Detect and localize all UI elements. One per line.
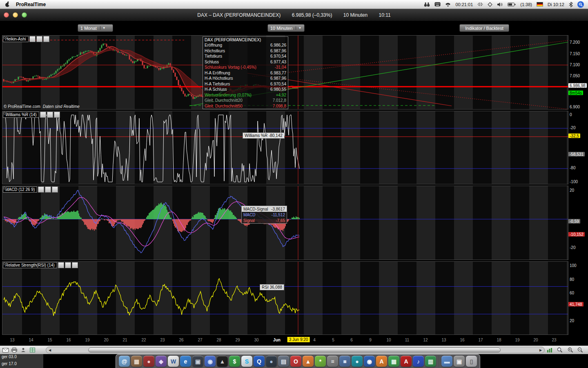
- close-icon[interactable]: [54, 112, 60, 118]
- chart-zoom-preset-icon[interactable]: [546, 347, 554, 353]
- dock-app-icon-package[interactable]: ▦: [131, 356, 142, 367]
- horizontal-scrollbar-track[interactable]: ◀ ▶: [46, 347, 545, 353]
- wrench-icon[interactable]: [29, 36, 36, 42]
- indicator-label-williams: Williams %R (14): [3, 112, 39, 118]
- battery-time-text: (1:38): [520, 2, 532, 7]
- close-icon[interactable]: [52, 186, 58, 193]
- title-instrument: DAX – DAX (PERFORMANCEINDEX): [197, 12, 281, 18]
- phone-icon[interactable]: [445, 2, 451, 7]
- bluetooth-icon[interactable]: [569, 2, 573, 7]
- indicator-label-macd: MACD (12 26 9): [3, 186, 37, 193]
- quote-info-row: H-A Schluss6.980,55: [205, 87, 286, 92]
- dock-app-icon-chart-app[interactable]: ▦: [388, 356, 399, 367]
- dock-app-icon-skype[interactable]: S: [241, 356, 252, 367]
- x-axis[interactable]: 1314151619202122232627282930Jun456910111…: [2, 335, 568, 346]
- dock-app-icon-green-app[interactable]: *: [315, 356, 326, 367]
- spotlight-icon[interactable]: [577, 1, 584, 8]
- dock-app-icon-quicktime[interactable]: Q: [254, 356, 265, 367]
- dock-app-icon-stats-app[interactable]: ▥: [425, 356, 436, 367]
- nav-arrows-icon[interactable]: [477, 2, 483, 6]
- indicator-backtest-button[interactable]: Indikator / Backtest: [459, 24, 509, 32]
- dock-app-icon-blue-app[interactable]: ◉: [205, 356, 216, 367]
- dock-app-icon-folder[interactable]: ▬: [441, 356, 452, 367]
- table-export-icon[interactable]: [29, 347, 36, 353]
- x-axis-label: 14: [29, 338, 33, 342]
- dock-app-icon-terminal[interactable]: ▲: [217, 356, 228, 367]
- apple-menu-icon[interactable]: [5, 1, 10, 7]
- x-axis-label: 5: [332, 338, 334, 342]
- menu-extra-icon[interactable]: [488, 2, 492, 7]
- title-price: 6.985,98 (–0,33%): [292, 12, 332, 18]
- rsi-panel[interactable]: Relative Strength(RSI) (14) RSI 36,088: [2, 261, 568, 335]
- williams-panel[interactable]: Williams %R (14) Williams %R -80,142: [2, 111, 568, 184]
- close-icon[interactable]: [43, 36, 49, 42]
- dock-app-icon-orange-a[interactable]: A: [376, 356, 387, 367]
- price-chart-panel[interactable]: Heikin-Ashi DAX (PERFORMANCEINDEX) Eröff…: [2, 35, 568, 110]
- apple-logo-icon: [5, 1, 10, 7]
- x-axis-label: 9: [369, 338, 372, 342]
- wrench-icon[interactable]: [58, 262, 64, 268]
- close-icon[interactable]: [72, 262, 78, 268]
- dock-app-icon-steel-app[interactable]: ■: [339, 356, 350, 367]
- dock-app-icon-acrobat[interactable]: A: [401, 356, 412, 367]
- dock-app-icon-internet-explorer[interactable]: e: [180, 356, 191, 367]
- print-icon[interactable]: [11, 347, 18, 353]
- horizontal-scrollbar-thumb[interactable]: [88, 348, 501, 352]
- scroll-right-arrow[interactable]: ▶: [538, 348, 543, 352]
- folder-icon[interactable]: [65, 262, 71, 268]
- zoom-in-icon[interactable]: [567, 347, 574, 353]
- dock-app-icon-vlc[interactable]: ▲: [303, 356, 314, 367]
- dock-app-icon-finance[interactable]: $: [229, 356, 240, 367]
- dock-app-icon-globe-dark[interactable]: ●: [266, 356, 277, 367]
- williams-value-tooltip: Williams %R -80,142: [243, 132, 285, 139]
- volume-icon[interactable]: [497, 2, 503, 7]
- folder-icon[interactable]: [45, 186, 51, 193]
- wrench-icon[interactable]: [40, 112, 46, 118]
- cursor-date-tag: 3 Jun 9:20: [287, 337, 310, 342]
- y-axis[interactable]: 7.2007.1507.1007.0506.9000-20-80-10020-2…: [568, 35, 588, 336]
- dock-app-icon-system[interactable]: ▤: [278, 356, 289, 367]
- watermark: © ProRealTime.comDaten sind Realtime: [4, 104, 80, 109]
- dock-app-icon-purple-app[interactable]: ◆: [156, 356, 167, 367]
- zoom-out-icon[interactable]: [577, 347, 584, 353]
- german-flag-icon[interactable]: [537, 2, 543, 7]
- dock-app-icon-browser[interactable]: ◉: [364, 356, 375, 367]
- dock-app-icon-word[interactable]: W: [168, 356, 179, 367]
- quote-info-title: DAX (PERFORMANCEINDEX): [205, 37, 286, 43]
- chevron-down-icon: ▼: [296, 26, 301, 30]
- keyboard-menu-icon[interactable]: [434, 2, 441, 7]
- x-axis-label: 18: [497, 338, 501, 342]
- y-axis-tick: 60: [570, 291, 574, 295]
- dock-app-icon-music[interactable]: ♪: [413, 356, 424, 367]
- dock-app-icon-mail[interactable]: @: [119, 356, 130, 367]
- zoom-select-icon[interactable]: [556, 347, 564, 353]
- x-axis-label: 22: [141, 338, 146, 342]
- binoculars-icon[interactable]: [424, 2, 430, 7]
- timeframe-dropdown[interactable]: 10 Minuten ▼: [267, 24, 305, 32]
- mail-tool-icon[interactable]: [2, 347, 9, 353]
- macd-level-tag: -10,152: [568, 232, 585, 237]
- macd-tooltip-row: MACD-Signal-3,8617: [242, 206, 287, 212]
- dock-app-icon-trash[interactable]: ▯: [466, 356, 477, 367]
- dock-app-icon-media-player[interactable]: ●: [143, 356, 154, 367]
- scroll-left-arrow[interactable]: ◀: [47, 348, 53, 352]
- dock-app-icon-utility[interactable]: ▣: [192, 356, 203, 367]
- wrench-icon[interactable]: [38, 186, 44, 193]
- folder-icon[interactable]: [36, 36, 42, 42]
- battery-icon[interactable]: [508, 2, 516, 7]
- dock-app-icon-gray-app[interactable]: ≡: [327, 356, 338, 367]
- menu-datetime-text[interactable]: Di 10:12: [548, 2, 564, 7]
- macd-panel[interactable]: MACD (12 26 9) MACD-Signal-3,8617MACD-11…: [2, 186, 568, 260]
- last-price-tag: 6.986,98: [568, 83, 587, 88]
- dock-app-icon-opera[interactable]: O: [290, 356, 301, 367]
- y-axis-tick: 0: [570, 112, 572, 117]
- y-axis-tick: 7.050: [570, 74, 580, 78]
- range-dropdown[interactable]: 1 Monat ▼: [78, 24, 113, 32]
- dock-app-icon-teal-app[interactable]: ●: [352, 356, 363, 367]
- bar-countdown-tag: 8m54s: [568, 91, 583, 95]
- folder-icon[interactable]: [47, 112, 53, 118]
- menu-stopwatch-text[interactable]: 00:21:01: [455, 2, 473, 7]
- window-title-bar: DAX – DAX (PERFORMANCEINDEX) 6.985,98 (–…: [0, 9, 588, 21]
- dock-app-icon-window[interactable]: ▣: [454, 356, 465, 367]
- user-icon[interactable]: [20, 347, 27, 353]
